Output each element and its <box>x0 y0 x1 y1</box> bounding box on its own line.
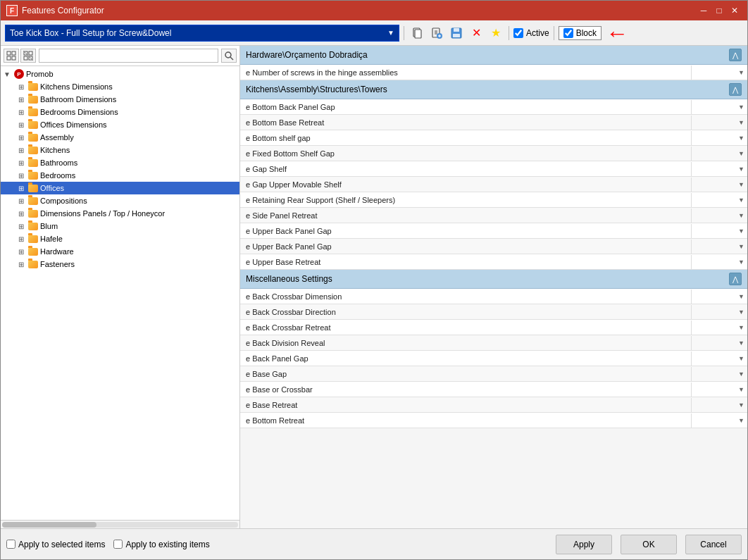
apply-selected-label: Apply to selected items <box>18 540 105 549</box>
section-header-kitchens[interactable]: Kitchens\Assembly\Structures\Towers ⋀ <box>240 80 747 99</box>
window-controls: ─ □ ✕ <box>697 5 742 16</box>
prop-dropdown[interactable]: ▼ <box>694 321 744 335</box>
prop-dropdown[interactable]: ▼ <box>694 162 744 176</box>
list-item[interactable]: ⊞ Fasteners <box>1 258 239 270</box>
maximize-button[interactable]: □ <box>712 5 726 16</box>
list-item[interactable]: ⊞ Offices <box>1 182 239 194</box>
expand-icon: ⊞ <box>16 170 26 180</box>
search-input[interactable] <box>39 49 218 63</box>
tree-root-item[interactable]: ▼ P Promob <box>1 68 239 80</box>
list-item[interactable]: ⊞ Offices Dimensions <box>1 118 239 131</box>
apply-existing-checkbox[interactable] <box>113 540 123 549</box>
star-button[interactable]: ★ <box>487 25 504 42</box>
folder-icon-item <box>27 132 39 143</box>
prop-dropdown[interactable]: ▼ <box>694 367 744 381</box>
list-item[interactable]: ⊞ Blum <box>1 220 239 232</box>
prop-dropdown[interactable]: ▼ <box>694 116 744 130</box>
list-item[interactable]: ⊞ Hardware <box>1 245 239 258</box>
prop-label: e Back Crossbar Direction <box>240 306 691 318</box>
cancel-button[interactable]: Cancel <box>685 535 742 554</box>
icon-btn-1[interactable] <box>409 25 425 42</box>
list-item[interactable]: ⊞ Bedrooms <box>1 169 239 182</box>
arrow-indicator: ← <box>606 22 628 44</box>
save-button[interactable] <box>448 25 465 42</box>
list-item[interactable]: ⊞ Compositions <box>1 194 239 207</box>
tree-horizontal-scrollbar[interactable] <box>1 520 239 528</box>
delete-button[interactable]: ✕ <box>468 25 485 42</box>
section-header-hardware[interactable]: Hardware\Orçamento Dobradiça ⋀ <box>240 46 747 65</box>
prop-dropdown[interactable]: ▼ <box>694 224 744 238</box>
expand-icon: ⊞ <box>16 196 26 206</box>
ok-button[interactable]: OK <box>621 535 677 554</box>
prop-dropdown[interactable]: ▼ <box>694 209 744 223</box>
list-item[interactable]: ⊞ Assembly <box>1 131 239 144</box>
list-item[interactable]: ⊞ Hafele <box>1 232 239 245</box>
search-go-button[interactable] <box>221 49 237 63</box>
list-item[interactable]: ⊞ Dimensions Panels / Top / Honeycor <box>1 207 239 220</box>
prop-value: ▼ <box>691 66 747 80</box>
dropdown-arrow-icon: ▼ <box>738 150 744 157</box>
apply-selected-checkbox[interactable] <box>6 540 15 549</box>
apply-existing-checkbox-container[interactable]: Apply to existing items <box>113 540 209 549</box>
prop-value: ▼ <box>691 193 747 207</box>
prop-dropdown[interactable]: ▼ <box>694 255 744 269</box>
block-checkbox[interactable] <box>563 28 573 38</box>
block-container: Block <box>559 26 601 40</box>
close-button[interactable]: ✕ <box>728 5 742 16</box>
expand-icon: ⊞ <box>16 132 26 142</box>
prop-dropdown[interactable]: ▼ <box>694 290 744 304</box>
feature-dropdown[interactable]: Toe Kick Box - Full Setup for Screw&Dowe… <box>5 25 399 42</box>
prop-dropdown[interactable]: ▼ <box>694 178 744 192</box>
apply-button[interactable]: Apply <box>556 535 612 554</box>
dropdown-arrow-icon: ▼ <box>738 293 744 300</box>
list-item[interactable]: ⊞ Kitchens <box>1 144 239 156</box>
folder-icon-item <box>27 259 39 270</box>
prop-value: ▼ <box>691 290 747 304</box>
prop-value: ▼ <box>691 178 747 192</box>
prop-dropdown[interactable]: ▼ <box>694 398 744 412</box>
expand-all-button[interactable] <box>4 49 19 63</box>
list-item[interactable]: ⊞ Bedrooms Dimensions <box>1 106 239 118</box>
folder-icon-item <box>27 144 39 156</box>
prop-dropdown[interactable]: ▼ <box>694 413 744 428</box>
list-item[interactable]: ⊞ Kitchens Dimensions <box>1 80 239 93</box>
collapse-btn-kitchens[interactable]: ⋀ <box>729 83 742 96</box>
table-row: e Bottom Back Panel Gap ▼ <box>240 99 747 115</box>
prop-value: ▼ <box>691 116 747 130</box>
collapse-btn-hardware[interactable]: ⋀ <box>729 49 742 61</box>
prop-dropdown[interactable]: ▼ <box>694 147 744 161</box>
list-item[interactable]: ⊞ Bathroom Dimensions <box>1 93 239 106</box>
block-label: Block <box>576 28 597 38</box>
table-row: e Gap Shelf ▼ <box>240 161 747 177</box>
section-header-misc[interactable]: Miscellaneous Settings ⋀ <box>240 270 747 289</box>
prop-dropdown[interactable]: ▼ <box>694 382 744 397</box>
minimize-button[interactable]: ─ <box>697 5 711 16</box>
tree-item-label: Kitchens <box>40 146 70 154</box>
active-container: Active <box>513 28 549 38</box>
prop-dropdown[interactable]: ▼ <box>694 66 744 80</box>
table-row: e Bottom Retreat ▼ <box>240 413 747 428</box>
prop-dropdown[interactable]: ▼ <box>694 336 744 350</box>
active-checkbox[interactable] <box>513 28 523 38</box>
prop-value: ▼ <box>691 398 747 412</box>
collapse-all-icon <box>23 51 33 61</box>
apply-selected-checkbox-container[interactable]: Apply to selected items <box>6 540 105 549</box>
icon-btn-2[interactable] <box>428 25 445 42</box>
prop-dropdown[interactable]: ▼ <box>694 351 744 366</box>
scrollbar-thumb[interactable] <box>2 522 96 528</box>
collapse-btn-misc[interactable]: ⋀ <box>729 273 742 285</box>
prop-dropdown[interactable]: ▼ <box>694 131 744 145</box>
prop-dropdown[interactable]: ▼ <box>694 239 744 254</box>
dropdown-arrow-icon: ▼ <box>738 212 744 219</box>
table-row: e Side Panel Retreat ▼ <box>240 208 747 223</box>
list-item[interactable]: ⊞ Bathrooms <box>1 156 239 169</box>
tree-item-label: Offices <box>40 184 64 192</box>
prop-value: ▼ <box>691 367 747 381</box>
collapse-all-button[interactable] <box>20 49 36 63</box>
props-scroll-area[interactable]: Hardware\Orçamento Dobradiça ⋀ e Number … <box>240 46 747 528</box>
table-row: e Back Crossbar Direction ▼ <box>240 304 747 320</box>
prop-dropdown[interactable]: ▼ <box>694 305 744 319</box>
prop-dropdown[interactable]: ▼ <box>694 100 744 114</box>
svg-line-22 <box>230 57 233 60</box>
prop-dropdown[interactable]: ▼ <box>694 193 744 207</box>
